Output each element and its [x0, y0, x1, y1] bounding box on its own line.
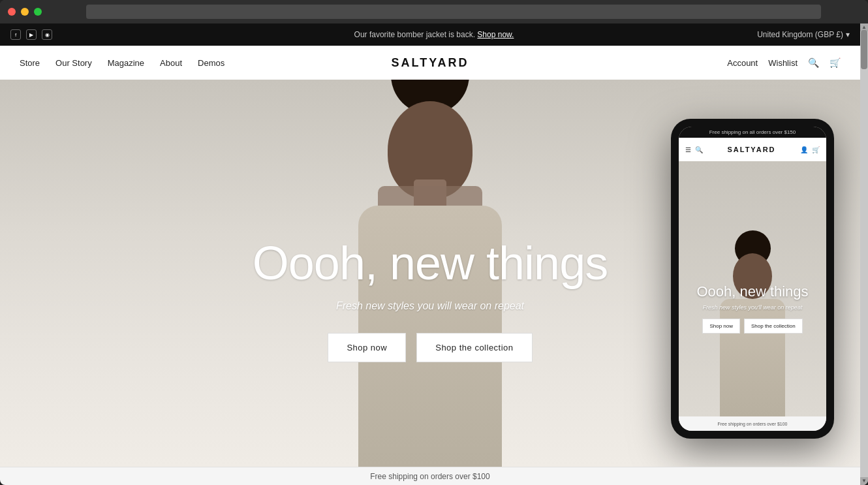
phone-cart-icon[interactable]: 🛒	[812, 146, 820, 153]
close-button[interactable]	[8, 8, 16, 16]
youtube-icon[interactable]: ▶	[26, 29, 37, 40]
scroll-down-arrow[interactable]: ▼	[860, 477, 868, 485]
announcement-bar: f ▶ ◉ Our favorite bomber jacket is back…	[0, 23, 860, 46]
browser-titlebar	[0, 0, 868, 23]
nav-store[interactable]: Store	[20, 58, 40, 68]
instagram-icon[interactable]: ◉	[42, 29, 52, 40]
phone-mockup: Free shipping on all orders over $150 ☰ …	[671, 119, 834, 439]
phone-hero-buttons: Shop now Shop the collection	[696, 319, 808, 334]
site-logo[interactable]: SALTYARD	[391, 56, 469, 70]
address-bar[interactable]	[86, 5, 821, 19]
bottom-bar: Free shipping on orders over $100	[0, 467, 860, 485]
phone-bottom-bar: Free shipping on orders over $100	[679, 416, 826, 431]
browser-content: f ▶ ◉ Our favorite bomber jacket is back…	[0, 23, 868, 485]
scrollbar-thumb[interactable]	[861, 30, 867, 69]
phone-announcement: Free shipping on all orders over $150	[679, 127, 826, 138]
shop-collection-button[interactable]: Shop the collection	[416, 333, 532, 362]
hero-subtitle: Fresh new styles you will wear on repeat	[253, 300, 608, 312]
phone-shop-now-button[interactable]: Shop now	[702, 319, 740, 334]
cart-icon[interactable]: 🛒	[829, 57, 841, 68]
nav-demos[interactable]: Demos	[198, 58, 225, 68]
phone-hero-subtitle: Fresh new styles you'll wear on repeat	[696, 304, 808, 311]
phone-logo[interactable]: SALTYARD	[727, 146, 775, 153]
phone-screen: Free shipping on all orders over $150 ☰ …	[679, 127, 826, 431]
scrollbar[interactable]: ▲ ▼	[860, 23, 868, 485]
nav-right-actions: Account Wishlist 🔍 🛒	[430, 57, 841, 68]
phone-menu-icon[interactable]: ☰	[685, 146, 691, 153]
phone-shop-collection-button[interactable]: Shop the collection	[744, 319, 803, 334]
shop-now-button[interactable]: Shop now	[328, 333, 406, 362]
facebook-icon[interactable]: f	[10, 29, 21, 40]
phone-search-icon[interactable]: 🔍	[695, 146, 703, 153]
minimize-button[interactable]	[21, 8, 29, 16]
phone-account-icon[interactable]: 👤	[800, 146, 808, 153]
browser-window: f ▶ ◉ Our favorite bomber jacket is back…	[0, 0, 868, 485]
region-selector[interactable]: United Kingdom (GBP £) ▾	[757, 30, 850, 39]
announcement-shop-link[interactable]: Shop now.	[477, 30, 514, 39]
chevron-down-icon: ▾	[846, 30, 850, 39]
search-icon[interactable]: 🔍	[808, 57, 819, 68]
announcement-message: Our favorite bomber jacket is back. Shop…	[354, 30, 514, 39]
nav-account[interactable]: Account	[727, 58, 758, 68]
phone-hero-content: Oooh, new things Fresh new styles you'll…	[690, 277, 814, 340]
phone-nav: ☰ 🔍 SALTYARD 👤 🛒	[679, 138, 826, 161]
nav-left-links: Store Our Story Magazine About Demos	[20, 58, 430, 68]
phone-nav-left: ☰ 🔍	[685, 146, 703, 153]
phone-hero-title: Oooh, new things	[696, 283, 808, 300]
navigation: Store Our Story Magazine About Demos SAL…	[0, 46, 860, 80]
nav-magazine[interactable]: Magazine	[108, 58, 144, 68]
social-icons: f ▶ ◉	[10, 29, 52, 40]
phone-nav-right: 👤 🛒	[800, 146, 820, 153]
hero-title: Oooh, new things	[253, 236, 608, 290]
bottom-bar-text: Free shipping on orders over $100	[370, 472, 489, 481]
nav-wishlist[interactable]: Wishlist	[768, 58, 798, 68]
hero-content: Oooh, new things Fresh new styles you wi…	[253, 236, 608, 362]
nav-about[interactable]: About	[160, 58, 182, 68]
hero-buttons: Shop now Shop the collection	[253, 333, 608, 362]
nav-our-story[interactable]: Our Story	[55, 58, 92, 68]
website: f ▶ ◉ Our favorite bomber jacket is back…	[0, 23, 860, 485]
phone-hero: Oooh, new things Fresh new styles you'll…	[679, 161, 826, 416]
maximize-button[interactable]	[34, 8, 42, 16]
hero-section: Oooh, new things Fresh new styles you wi…	[0, 80, 860, 467]
